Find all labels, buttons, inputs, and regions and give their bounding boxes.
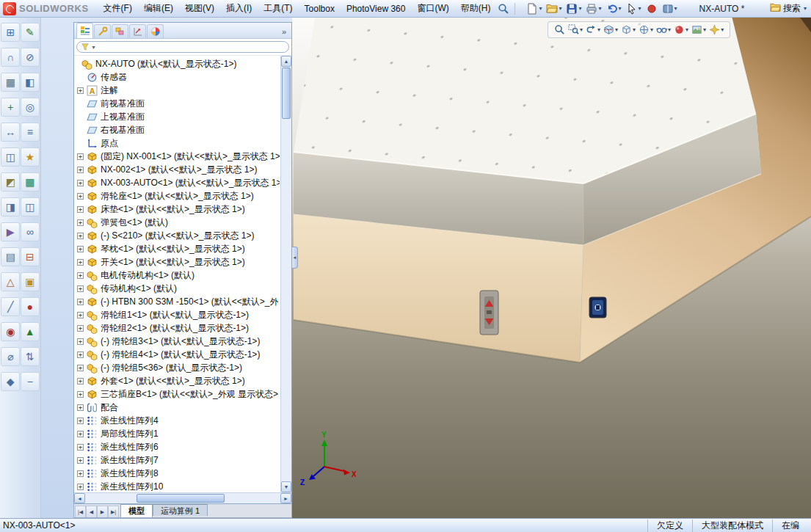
hide-show-items-button[interactable]: ▾ (655, 23, 672, 36)
expand-toggle[interactable]: + (77, 365, 84, 371)
no-external-references-button[interactable]: ⊘ (21, 48, 39, 66)
measure-button[interactable]: ⌀ (1, 348, 19, 365)
expand-toggle[interactable]: + (77, 457, 84, 464)
zoom-to-area-button[interactable]: ▾ (567, 23, 583, 36)
scroll-track[interactable] (281, 120, 291, 481)
tree-item[interactable]: +派生线性阵列8 (76, 467, 280, 480)
tree-item[interactable]: +派生线性阵列4 (76, 414, 280, 427)
tree-item[interactable]: +三芯插座B<1> (默认<<默认>_外观 显示状态> (76, 387, 280, 401)
scroll-thumb[interactable] (137, 494, 225, 503)
expand-toggle[interactable]: + (77, 325, 84, 332)
menu-file[interactable]: 文件(F) (98, 0, 138, 18)
expand-toggle[interactable]: + (77, 246, 84, 252)
expand-toggle[interactable]: + (77, 484, 84, 490)
dimxpertmanager-tab[interactable] (129, 24, 146, 38)
expand-toggle[interactable]: + (77, 259, 84, 266)
menu-window[interactable]: 窗口(W) (411, 0, 454, 18)
explode-line-sketch-button[interactable]: ╱ (1, 298, 19, 316)
display-style-button[interactable]: ▾ (638, 23, 654, 36)
tree-item[interactable]: 原点 (76, 136, 280, 150)
tree-item[interactable]: +开关<1> (默认<<默认>_显示状态 1>) (76, 255, 280, 269)
tree-item[interactable]: +滑轮组1<1> (默认<默认_显示状态-1>) (76, 308, 280, 321)
expand-toggle[interactable]: + (77, 206, 84, 213)
expand-toggle[interactable]: + (77, 351, 84, 358)
edit-appearance-button[interactable]: ▾ (673, 23, 689, 36)
select-button[interactable]: ▾ (625, 1, 643, 16)
tree-item[interactable]: 右视基准面 (76, 123, 280, 136)
tree-item[interactable]: +局部线性阵列1 (76, 427, 280, 440)
tree-item[interactable]: 上视基准面 (76, 110, 280, 123)
view-orientation-button[interactable]: ▾ (620, 23, 636, 36)
apply-scene-button[interactable]: ▾ (691, 23, 707, 36)
tree-item[interactable]: +(-) 滑轮组4<1> (默认<默认_显示状态-1>) (76, 348, 280, 361)
scroll-left-button[interactable]: ◄ (74, 493, 85, 503)
new-motion-study-button[interactable]: ▶ (1, 223, 19, 241)
tab-model[interactable]: 模型 (120, 504, 153, 517)
displaymanager-tab[interactable] (147, 24, 164, 38)
tab-overflow-chevrons[interactable]: » (279, 27, 289, 38)
mirror-components-button[interactable]: ◫ (21, 198, 39, 216)
section-view-button[interactable]: ▾ (603, 23, 619, 36)
tree-item[interactable]: +弹簧包<1> (默认) (76, 216, 280, 229)
configurationmanager-tab[interactable] (112, 24, 128, 38)
zoom-to-fit-button[interactable] (553, 23, 566, 36)
smart-component-button[interactable]: ★ (21, 148, 39, 166)
motion-manager-button[interactable]: ⇅ (21, 348, 39, 365)
expand-toggle[interactable]: + (77, 272, 84, 279)
toolbox-library-button[interactable]: ⊟ (21, 248, 39, 266)
search-menu-button[interactable] (496, 1, 511, 16)
scroll-up-button[interactable]: ▲ (281, 56, 291, 67)
show-hidden-components-button[interactable]: ◫ (1, 148, 19, 166)
bill-of-materials-button[interactable]: ▤ (1, 248, 19, 266)
tree-item[interactable]: +派生线性阵列6 (76, 440, 280, 453)
expand-toggle[interactable]: + (77, 404, 84, 411)
appearances-button[interactable]: ● (21, 298, 39, 316)
move-component-button[interactable]: ↔ (1, 123, 19, 141)
component-preview-button[interactable]: ◧ (21, 73, 39, 91)
tree-item[interactable]: +(-) S<210> (默认<<默认>_显示状态 1>) (76, 229, 280, 242)
solidworks-search[interactable]: 搜索 ▾ (770, 2, 808, 15)
tree-item[interactable]: +派生线性阵列7 (76, 453, 280, 467)
tab-nav-prev[interactable]: ◀ (86, 506, 97, 517)
expand-toggle[interactable]: + (77, 193, 84, 200)
tree-item[interactable]: +外套<1> (默认<<默认>_显示状态 1>) (76, 374, 280, 387)
collapse-items-button[interactable]: − (21, 373, 39, 390)
tree-item[interactable]: +派生线性阵列10 (76, 480, 280, 492)
graphics-viewport[interactable]: Y X Z ▾▾▾▾▾▾▾▾▾ (292, 18, 811, 518)
tree-item[interactable]: NX-AUTO (默认<默认_显示状态-1>) (76, 57, 280, 70)
rebuild-button[interactable] (644, 1, 659, 16)
menu-tools[interactable]: 工具(T) (258, 0, 298, 18)
tree-item[interactable]: +配合 (76, 401, 280, 414)
expand-toggle[interactable]: + (77, 338, 84, 345)
tree-item[interactable]: +(-) 滑轮组5<36> (默认_显示状态-1>) (76, 361, 280, 374)
linear-component-pattern-button[interactable]: ▦ (1, 73, 19, 91)
open-document-button[interactable]: ▾ (545, 1, 563, 16)
scroll-down-button[interactable]: ▼ (281, 481, 291, 492)
scroll-thumb[interactable] (282, 68, 291, 119)
tree-item[interactable]: +滑轮组2<1> (默认<默认_显示状态-1>) (76, 321, 280, 335)
insert-components-button[interactable]: ⊞ (1, 23, 19, 41)
tree-item[interactable]: +(固定) NX-001<1> (默认<<默认>_显示状态 1>) (76, 150, 280, 163)
tree-horizontal-scrollbar[interactable]: ◄ ► (74, 492, 291, 503)
expand-toggle[interactable]: + (77, 180, 84, 186)
exploded-view-button[interactable]: △ (1, 273, 19, 291)
menu-edit[interactable]: 编辑(E) (138, 0, 179, 18)
save-button[interactable]: ▾ (564, 1, 583, 16)
expand-toggle[interactable]: + (77, 418, 84, 424)
expand-toggle[interactable]: + (77, 87, 84, 94)
previous-view-button[interactable]: ▾ (585, 23, 601, 36)
tree-item[interactable]: +NX-002<1> (默认<<默认>_显示状态 1>) (76, 163, 280, 176)
scroll-track[interactable] (85, 493, 137, 503)
expand-toggle[interactable]: + (77, 233, 84, 239)
menu-insert[interactable]: 插入(I) (220, 0, 258, 18)
tree-filter-input[interactable]: ▼ (76, 41, 289, 53)
panel-splitter-handle[interactable]: ◄ (292, 247, 298, 269)
design-library-button[interactable]: ▣ (21, 273, 39, 291)
tree-item[interactable]: +A注解 (76, 84, 280, 97)
view-settings-button[interactable]: ▾ (708, 23, 724, 36)
graphics-area[interactable]: Y X Z (292, 18, 811, 518)
pattern-driven-pattern-button[interactable]: ▦ (21, 173, 39, 191)
tab-nav-first[interactable]: |◀ (75, 506, 86, 517)
tab-nav-next[interactable]: ▶ (97, 506, 108, 517)
tree-item[interactable]: +(-) 滑轮组3<1> (默认<默认_显示状态-1>) (76, 335, 280, 348)
